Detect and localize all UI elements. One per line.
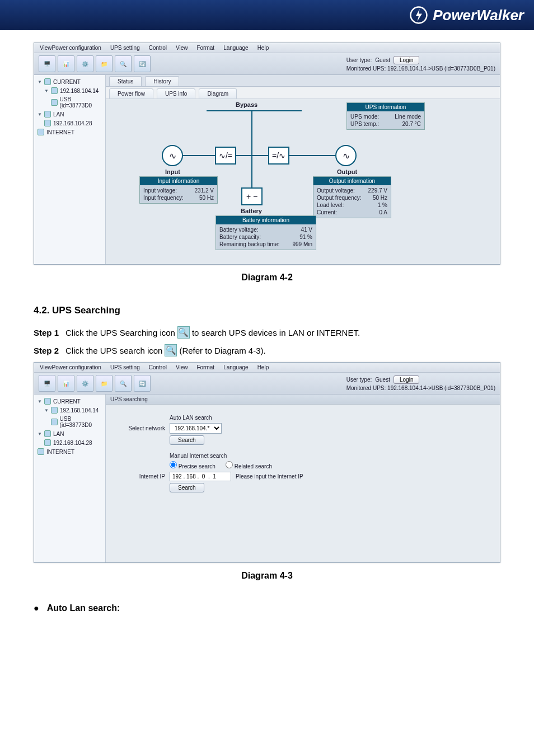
brand-mark-icon xyxy=(409,6,428,25)
toolbar: 🖥️ 📊 ⚙️ 📁 🔍 🔄 User type: Guest Login Mon… xyxy=(34,373,500,395)
menu-item[interactable]: Control xyxy=(149,45,167,51)
menu-item[interactable]: Control xyxy=(149,364,167,370)
menu-item[interactable]: UPS setting xyxy=(110,45,140,51)
menu-item[interactable]: View xyxy=(176,45,188,51)
grid-icon[interactable]: 📊 xyxy=(58,375,74,392)
menu-item[interactable]: Format xyxy=(196,364,214,370)
search-icon[interactable]: 🔍 xyxy=(115,55,132,72)
menubar: ViewPower configuration UPS setting Cont… xyxy=(34,43,500,53)
refresh-icon[interactable]: 🔄 xyxy=(134,55,151,72)
folder-icon[interactable]: 📁 xyxy=(96,375,113,392)
manual-title: Manual Internet search xyxy=(170,453,491,459)
login-button[interactable]: Login xyxy=(394,375,419,384)
folder-icon[interactable]: 📁 xyxy=(96,55,113,72)
output-info-panel: Output information Output voltage:229.7 … xyxy=(313,176,391,218)
precise-radio[interactable]: Precise search xyxy=(170,461,216,469)
menu-item[interactable]: Help xyxy=(257,45,269,51)
node-icon xyxy=(44,78,51,85)
toolbar: 🖥️ 📊 ⚙️ 📁 🔍 🔄 User type: Guest Login Mon… xyxy=(34,53,500,75)
input-label: Input xyxy=(165,168,180,175)
page-banner: PowerWalker xyxy=(0,0,534,30)
nav-lan[interactable]: ▼LAN xyxy=(35,429,104,438)
app-screenshot-d43: ViewPower configuration UPS setting Cont… xyxy=(34,362,500,563)
input-node-icon: ∿ xyxy=(162,145,183,166)
nav-current[interactable]: ▼CURRENT xyxy=(35,77,104,86)
monitor-icon[interactable]: 🖥️ xyxy=(39,55,55,72)
caption-d43: Diagram 4-3 xyxy=(34,571,500,581)
node-icon xyxy=(38,129,44,135)
gear-icon[interactable]: ⚙️ xyxy=(77,55,93,72)
menu-item[interactable]: UPS setting xyxy=(110,364,140,370)
ups-search-panel: UPS searching Auto LAN search Select net… xyxy=(106,395,500,562)
node-icon xyxy=(44,430,51,437)
node-icon xyxy=(44,120,51,126)
usb-icon xyxy=(51,99,58,106)
node-icon xyxy=(38,448,44,455)
search-icon[interactable]: 🔍 xyxy=(115,375,132,392)
bypass-label: Bypass xyxy=(236,101,257,108)
user-type-label: User type: xyxy=(346,377,372,383)
nav-lan[interactable]: ▼LAN xyxy=(35,110,104,119)
menu-item[interactable]: View xyxy=(176,364,188,370)
menu-item[interactable]: ViewPower configuration xyxy=(40,45,101,51)
battery-icon: + − xyxy=(241,187,263,205)
login-button[interactable]: Login xyxy=(394,56,419,64)
tab-status[interactable]: Status xyxy=(109,76,142,86)
nav-ip2[interactable]: 192.168.104.28 xyxy=(35,438,104,447)
tabs-secondary: Power flow UPS info Diagram xyxy=(106,87,500,99)
search-button[interactable]: Search xyxy=(170,435,204,445)
network-select[interactable]: 192.168.104.* xyxy=(170,423,222,434)
bullet-auto-lan: Auto Lan search: xyxy=(34,603,500,613)
brand-text: PowerWalker xyxy=(433,7,524,24)
menu-item[interactable]: Help xyxy=(257,364,269,370)
node-icon xyxy=(44,439,51,446)
tab-upsinfo[interactable]: UPS info xyxy=(157,88,195,98)
menu-item[interactable]: Language xyxy=(223,45,249,51)
step2-label: Step 2 xyxy=(34,346,59,355)
nav-usb[interactable]: USB (id=38773D0 xyxy=(35,415,104,429)
inverter-icon: =/∿ xyxy=(268,147,289,165)
related-radio[interactable]: Related search xyxy=(226,461,272,469)
nav-ip2[interactable]: 192.168.104.28 xyxy=(35,119,104,128)
tab-powerflow[interactable]: Power flow xyxy=(109,88,153,98)
menu-item[interactable]: Language xyxy=(223,364,249,370)
user-type-value: Guest xyxy=(375,377,390,383)
auto-lan-title: Auto LAN search xyxy=(170,415,491,421)
search-button-2[interactable]: Search xyxy=(170,483,204,492)
app-screenshot-d42: ViewPower configuration UPS setting Cont… xyxy=(34,43,500,265)
menu-item[interactable]: ViewPower configuration xyxy=(40,364,101,370)
nav-internet[interactable]: INTERNET xyxy=(35,128,104,137)
nav-usb[interactable]: USB (id=38773D0 xyxy=(35,95,104,110)
nav-ip[interactable]: ▼192.168.104.14 xyxy=(35,406,104,415)
grid-icon[interactable]: 📊 xyxy=(58,55,74,72)
tab-diagram[interactable]: Diagram xyxy=(199,88,237,98)
step2-line: Step 2 Click the UPS search icon 🔍 (Refe… xyxy=(34,344,500,356)
gear-icon[interactable]: ⚙️ xyxy=(77,375,93,392)
search-icon: 🔍 xyxy=(165,344,177,356)
ups-info-panel: UPS information UPS mode:Line mode UPS t… xyxy=(346,102,425,130)
node-icon xyxy=(51,87,58,94)
menu-item[interactable]: Format xyxy=(196,45,214,51)
menubar: ViewPower configuration UPS setting Cont… xyxy=(34,363,500,373)
battery-label: Battery xyxy=(241,208,262,214)
panel-title: UPS searching xyxy=(106,395,500,405)
monitored-ups-row: Monitored UPS: 192.168.104.14->USB (id=3… xyxy=(346,65,495,72)
battery-info-panel: Battery information Battery voltage:41 V… xyxy=(216,215,316,250)
output-label: Output xyxy=(337,168,357,175)
internet-ip-input[interactable] xyxy=(170,472,231,481)
nav-ip[interactable]: ▼192.168.104.14 xyxy=(35,86,104,95)
section-title: 4.2. UPS Searching xyxy=(34,305,500,316)
caption-d42: Diagram 4-2 xyxy=(34,273,500,283)
node-icon xyxy=(51,407,58,414)
nav-tree: ▼CURRENT ▼192.168.104.14 USB (id=38773D0… xyxy=(34,395,106,562)
user-type-value: Guest xyxy=(375,57,390,63)
rectifier-icon: ∿/= xyxy=(215,147,236,165)
monitor-icon[interactable]: 🖥️ xyxy=(39,375,55,392)
refresh-icon[interactable]: 🔄 xyxy=(134,375,151,392)
step1-line: Step 1 Click the UPS Searching icon 🔍 to… xyxy=(34,326,500,339)
usb-icon xyxy=(51,419,58,425)
nav-internet[interactable]: INTERNET xyxy=(35,447,104,456)
tab-history[interactable]: History xyxy=(145,76,179,86)
nav-current[interactable]: ▼CURRENT xyxy=(35,397,104,406)
nav-tree: ▼CURRENT ▼192.168.104.14 USB (id=38773D0… xyxy=(34,75,106,264)
